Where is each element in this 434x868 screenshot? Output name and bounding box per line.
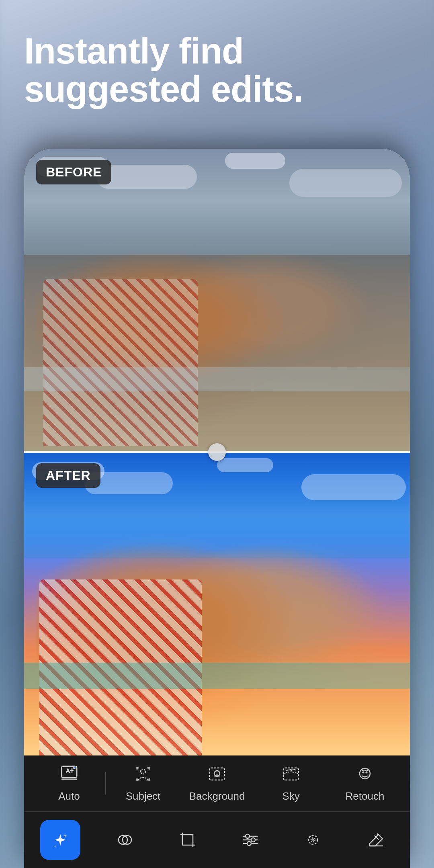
cloud-3 xyxy=(225,153,285,169)
cloud-4 xyxy=(289,169,402,197)
tab-auto[interactable]: Auto xyxy=(32,765,106,802)
auto-icon xyxy=(60,765,78,786)
crop-button[interactable] xyxy=(170,822,206,858)
svg-point-33 xyxy=(312,839,314,841)
phone-screen: BEFORE AFTER xyxy=(24,149,410,868)
svg-point-30 xyxy=(247,841,251,845)
before-image: BEFORE xyxy=(24,149,410,452)
svg-rect-16 xyxy=(209,768,225,780)
adjust-button[interactable] xyxy=(232,822,268,858)
sky-label: Sky xyxy=(282,790,299,802)
svg-point-28 xyxy=(246,834,250,838)
svg-point-3 xyxy=(141,769,145,774)
header-title: Instantly find suggested edits. xyxy=(24,32,410,108)
tab-subject[interactable]: Subject xyxy=(106,765,180,802)
before-label: BEFORE xyxy=(36,160,111,184)
cloud-2 xyxy=(96,165,197,189)
clothing-before xyxy=(43,279,198,446)
magic-button[interactable] xyxy=(40,820,80,860)
tab-retouch[interactable]: Retouch xyxy=(328,765,402,802)
tab-background[interactable]: Background xyxy=(180,765,254,802)
cloud-7 xyxy=(217,458,273,472)
comparison-divider xyxy=(24,451,410,453)
auto-label: Auto xyxy=(58,790,80,802)
svg-point-20 xyxy=(362,771,364,773)
action-bar xyxy=(24,812,410,868)
header-section: Instantly find suggested edits. xyxy=(24,32,410,108)
svg-point-21 xyxy=(366,771,368,773)
images-container: BEFORE AFTER xyxy=(24,149,410,755)
edit-tabs-row: Auto xyxy=(24,755,410,812)
svg-rect-24 xyxy=(182,835,193,845)
after-label: AFTER xyxy=(36,463,100,488)
phone-frame: BEFORE AFTER xyxy=(24,149,410,868)
background-label: Background xyxy=(189,790,245,802)
retouch-label: Retouch xyxy=(346,790,385,802)
subject-label: Subject xyxy=(126,790,161,802)
svg-point-29 xyxy=(251,838,255,842)
tab-sky[interactable]: Sky xyxy=(254,765,328,802)
background-icon xyxy=(208,765,226,786)
retouch-icon xyxy=(356,765,374,786)
overlay-button[interactable] xyxy=(107,822,143,858)
sky-icon xyxy=(282,765,300,786)
subject-icon xyxy=(134,765,152,786)
after-image: AFTER xyxy=(24,452,410,755)
railing-before xyxy=(24,367,410,391)
divider-handle[interactable] xyxy=(208,443,226,461)
erase-button[interactable] xyxy=(358,822,394,858)
railing-after xyxy=(24,663,410,689)
selective-button[interactable] xyxy=(295,822,331,858)
toolbar: Auto xyxy=(24,755,410,868)
